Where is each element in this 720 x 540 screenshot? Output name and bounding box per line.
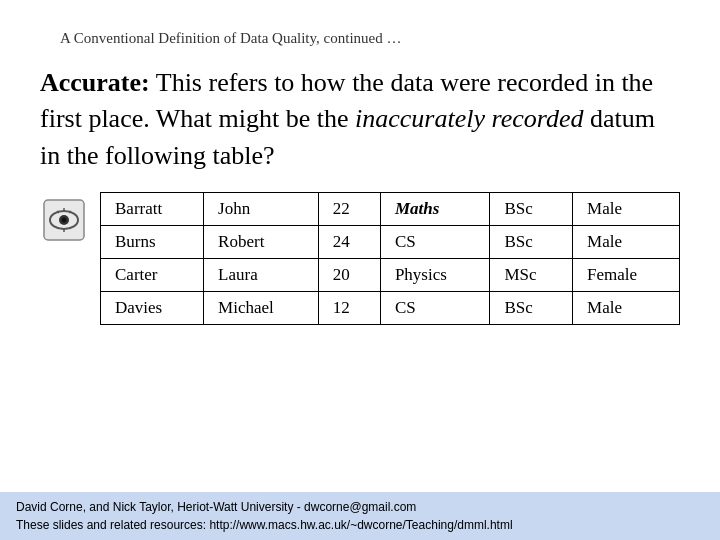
table-cell-0-4: BSc <box>490 193 573 226</box>
table-cell-0-0: Barratt <box>101 193 204 226</box>
table-cell-0-1: John <box>204 193 319 226</box>
table-cell-3-5: Male <box>573 292 680 325</box>
table-cell-1-1: Robert <box>204 226 319 259</box>
table-cell-2-1: Laura <box>204 259 319 292</box>
table-cell-2-3: Physics <box>380 259 490 292</box>
table-cell-1-0: Burns <box>101 226 204 259</box>
footer: David Corne, and Nick Taylor, Heriot-Wat… <box>0 492 720 540</box>
table-cell-1-4: BSc <box>490 226 573 259</box>
eye-icon <box>40 196 88 244</box>
table-cell-0-2: 22 <box>318 193 380 226</box>
table-row: CarterLaura20PhysicsMScFemale <box>101 259 680 292</box>
inaccurate-phrase: inaccurately recorded <box>355 104 583 133</box>
table-cell-2-2: 20 <box>318 259 380 292</box>
table-row: BurnsRobert24CSBScMale <box>101 226 680 259</box>
footer-line1: David Corne, and Nick Taylor, Heriot-Wat… <box>16 498 704 516</box>
table-cell-3-4: BSc <box>490 292 573 325</box>
data-table: BarrattJohn22MathsBScMaleBurnsRobert24CS… <box>100 192 680 325</box>
table-cell-3-2: 12 <box>318 292 380 325</box>
accurate-label: Accurate: <box>40 68 150 97</box>
table-cell-0-5: Male <box>573 193 680 226</box>
svg-point-3 <box>62 218 67 223</box>
table-cell-3-1: Michael <box>204 292 319 325</box>
table-cell-1-5: Male <box>573 226 680 259</box>
table-section: BarrattJohn22MathsBScMaleBurnsRobert24CS… <box>40 192 680 325</box>
table-row: BarrattJohn22MathsBScMale <box>101 193 680 226</box>
table-cell-0-3: Maths <box>380 193 490 226</box>
table-row: DaviesMichael12CSBScMale <box>101 292 680 325</box>
footer-line2: These slides and related resources: http… <box>16 516 704 534</box>
table-cell-1-3: CS <box>380 226 490 259</box>
table-cell-2-5: Female <box>573 259 680 292</box>
table-cell-3-0: Davies <box>101 292 204 325</box>
table-cell-3-3: CS <box>380 292 490 325</box>
main-content: Accurate: This refers to how the data we… <box>40 65 680 520</box>
table-cell-2-4: MSc <box>490 259 573 292</box>
subtitle: A Conventional Definition of Data Qualit… <box>60 30 680 47</box>
accurate-paragraph: Accurate: This refers to how the data we… <box>40 65 680 174</box>
slide-container: A Conventional Definition of Data Qualit… <box>0 0 720 540</box>
table-cell-1-2: 24 <box>318 226 380 259</box>
table-cell-2-0: Carter <box>101 259 204 292</box>
